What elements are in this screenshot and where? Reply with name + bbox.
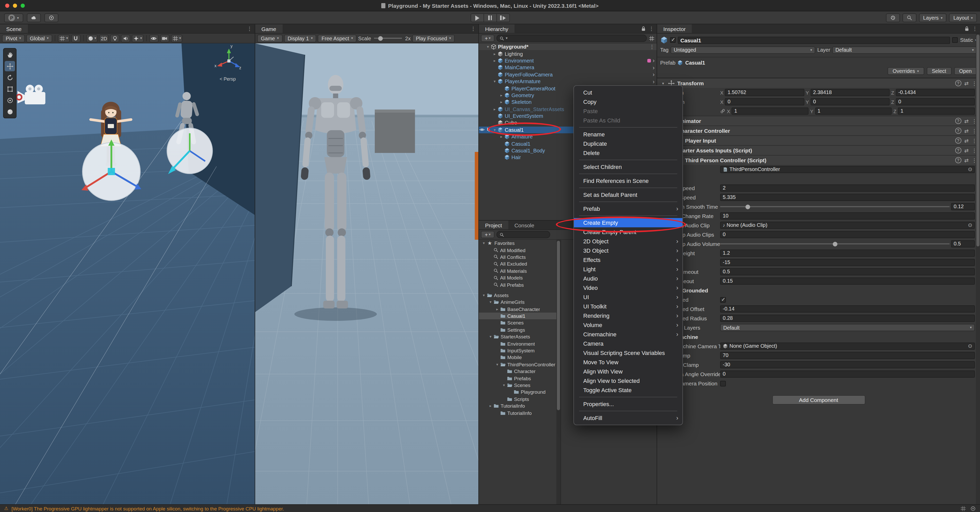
value-field[interactable]: 0.15: [720, 277, 975, 285]
hierarchy-item-maincamera[interactable]: MainCamera›: [479, 64, 657, 71]
project-item-casual1[interactable]: Casual1: [479, 313, 556, 320]
menu-item-align-view-to-selected[interactable]: Align View to Selected: [574, 376, 682, 385]
x-value-field[interactable]: 1: [732, 108, 809, 115]
project-item-character[interactable]: Character: [479, 368, 556, 375]
tab-project[interactable]: Project: [479, 221, 508, 229]
z-value-field[interactable]: -0.1434: [896, 89, 975, 96]
project-item-animegirls[interactable]: ▾AnimeGirls: [479, 299, 556, 305]
expand-arrow[interactable]: ▸: [498, 93, 504, 98]
project-item-favorites[interactable]: ▾★Favorites: [479, 240, 556, 247]
scale-slider-thumb[interactable]: [379, 36, 383, 41]
z-value-field[interactable]: 1: [898, 108, 975, 115]
foldout-arrow[interactable]: ▾: [660, 81, 666, 86]
expand-arrow[interactable]: ▾: [488, 300, 493, 305]
expand-arrow[interactable]: ▸: [495, 307, 500, 311]
value-field[interactable]: 1.2: [720, 250, 975, 257]
slider-thumb[interactable]: [746, 204, 750, 209]
lock-icon[interactable]: [964, 26, 970, 32]
menu-item-rendering[interactable]: Rendering›: [574, 311, 682, 320]
project-searchbox[interactable]: [496, 231, 550, 238]
slider-track[interactable]: [720, 206, 950, 207]
panel-menu-icon[interactable]: ⋮: [471, 26, 476, 32]
project-item-all-prefabs[interactable]: All Prefabs: [479, 281, 556, 288]
hierarchy-item-environment[interactable]: ▸Environment›: [479, 57, 657, 64]
presets-icon[interactable]: ⇄: [964, 138, 969, 143]
y-value-field[interactable]: 2.38418: [811, 89, 889, 96]
menu-item-volume[interactable]: Volume›: [574, 320, 682, 330]
menu-item-find-references-in-scene[interactable]: Find References in Scene: [574, 176, 682, 186]
value-field[interactable]: 70: [720, 352, 975, 359]
kebab-icon[interactable]: ⋮: [649, 44, 655, 49]
game-viewport[interactable]: [255, 43, 478, 504]
component-header-animator[interactable]: ▸Animator?⇄⋮: [657, 116, 980, 126]
step-button[interactable]: [496, 13, 510, 22]
snap-toggle-button[interactable]: [71, 34, 80, 42]
project-item-starterassets[interactable]: ▾StarterAssets: [479, 333, 556, 340]
hierarchy-searchbox[interactable]: ▾: [496, 35, 647, 42]
active-checkbox[interactable]: [670, 37, 676, 43]
create-object-button[interactable]: +▾: [481, 35, 495, 42]
menu-item-duplicate[interactable]: Duplicate: [574, 139, 682, 148]
transform-tool-button[interactable]: [5, 95, 15, 105]
menu-item-ui[interactable]: UI›: [574, 293, 682, 302]
tag-dropdown[interactable]: Untagged▾: [671, 46, 815, 54]
expand-arrow[interactable]: ▾: [495, 362, 500, 367]
object-field[interactable]: ThirdPersonController⊙: [720, 166, 975, 173]
cloud-services-button[interactable]: [27, 13, 41, 22]
menu-item-set-as-default-parent[interactable]: Set as Default Parent: [574, 190, 682, 199]
slider-thumb[interactable]: [833, 242, 837, 246]
y-value-field[interactable]: 1: [815, 108, 892, 115]
x-value-field[interactable]: 0: [725, 98, 804, 105]
expand-arrow[interactable]: ▸: [488, 404, 493, 408]
expand-arrow[interactable]: ▾: [485, 45, 491, 49]
menu-item-3d-object[interactable]: 3D Object›: [574, 246, 682, 255]
presets-icon[interactable]: ⇄: [964, 80, 969, 86]
presets-icon[interactable]: ⇄: [964, 118, 969, 124]
project-item-tutorialinfo[interactable]: ▸TutorialInfo: [479, 402, 556, 409]
value-field[interactable]: 2: [720, 184, 975, 192]
scene-visibility-toggle[interactable]: [149, 34, 159, 42]
slider-value-field[interactable]: 0.5: [951, 240, 975, 248]
help-icon[interactable]: ?: [955, 118, 961, 124]
presets-icon[interactable]: ⇄: [964, 128, 969, 134]
project-item-basecharacter[interactable]: ▸BaseCharacter: [479, 305, 556, 313]
effects-dropdown[interactable]: ▾: [132, 34, 144, 42]
object-picker-icon[interactable]: ⊙: [968, 167, 972, 172]
menu-item-properties[interactable]: Properties...: [574, 399, 682, 409]
translate-gizmo-robot[interactable]: [167, 128, 213, 174]
expand-arrow[interactable]: ▸: [492, 51, 498, 56]
menu-item-video[interactable]: Video›: [574, 283, 682, 293]
scene-camera-settings-button[interactable]: [160, 34, 169, 42]
pause-button[interactable]: [483, 13, 497, 22]
menu-item-light[interactable]: Light›: [574, 264, 682, 274]
expand-arrow[interactable]: ▸: [498, 135, 504, 139]
custom-tool-button[interactable]: [5, 107, 15, 117]
menu-item-create-empty[interactable]: Create Empty: [574, 218, 682, 227]
editor-search-button[interactable]: [902, 13, 916, 22]
maximize-window-button[interactable]: [21, 4, 25, 8]
prefab-open-chevron[interactable]: ›: [653, 72, 655, 77]
menu-item-align-with-view[interactable]: Align With View: [574, 367, 682, 376]
expand-arrow[interactable]: ▸: [498, 100, 504, 105]
layer-dropdown[interactable]: Default▾: [832, 46, 977, 54]
project-item-all-materials[interactable]: All Materials: [479, 267, 556, 274]
project-item-all-excluded[interactable]: All Excluded: [479, 261, 556, 267]
menu-item-delete[interactable]: Delete: [574, 148, 682, 157]
pivot-toggle[interactable]: Pivot▾: [2, 34, 25, 42]
hierarchy-item-playerfollowcamera[interactable]: PlayerFollowCamera›: [479, 71, 657, 78]
value-field[interactable]: 0.28: [720, 315, 975, 322]
help-icon[interactable]: ?: [955, 157, 961, 163]
create-asset-button[interactable]: +▾: [481, 231, 495, 238]
tab-scene[interactable]: Scene: [0, 24, 28, 33]
object-picker-icon[interactable]: ⊙: [968, 343, 972, 349]
z-value-field[interactable]: 0: [896, 98, 975, 105]
menu-item-toggle-active-state[interactable]: Toggle Active State: [574, 385, 682, 395]
account-menu-button[interactable]: P ▾: [4, 13, 23, 22]
object-field[interactable]: ♪None (Audio Clip)⊙: [720, 222, 975, 229]
expand-arrow[interactable]: ▾: [492, 127, 498, 132]
select-prefab-button[interactable]: Select: [926, 67, 951, 75]
2d-mode-toggle[interactable]: 2D: [99, 34, 108, 42]
project-item-inputsystem[interactable]: InputSystem: [479, 347, 556, 354]
menu-item-2d-object[interactable]: 2D Object›: [574, 237, 682, 246]
project-item-settings[interactable]: Settings: [479, 326, 556, 333]
